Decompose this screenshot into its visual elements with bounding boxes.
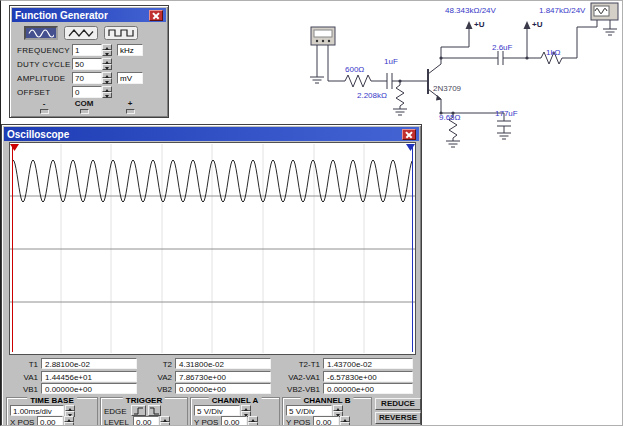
time-base-scale[interactable]: 1.00ms/div <box>10 405 64 416</box>
x-pos-input[interactable]: 0.00 <box>37 416 63 426</box>
frequency-input[interactable]: 1 <box>72 44 102 56</box>
offset-spinner[interactable] <box>102 86 112 98</box>
offset-row: OFFSET 0 <box>10 86 168 98</box>
capacitor-2.6uF <box>498 51 503 65</box>
reduce-button[interactable]: REDUCE <box>375 398 421 410</box>
terminal-com[interactable]: COM <box>72 99 96 114</box>
offset-label: OFFSET <box>17 88 50 97</box>
marker-1-icon[interactable] <box>10 144 19 352</box>
readout-t2: T2 4.31800e-02 <box>142 358 276 370</box>
triangle-icon <box>68 28 94 39</box>
duty-cycle-input[interactable]: 50 <box>72 58 102 70</box>
trigger-title: TRIGGER <box>123 396 165 405</box>
x-pos-spinner[interactable] <box>64 416 74 426</box>
vb2-vb1-value: 0.00000e+00 <box>323 383 413 394</box>
circuit-label: +U <box>532 20 542 29</box>
va2-va1-value: -6.57830e+00 <box>323 371 413 382</box>
channel-b-title: CHANNEL B <box>301 396 354 405</box>
vb2-vb1-label: VB2-VB1 <box>276 385 320 394</box>
channel-a-scale[interactable]: 5 V/Div <box>194 405 240 416</box>
circuit-label: 177uF <box>495 109 518 118</box>
terminal-minus[interactable]: - <box>32 99 56 114</box>
readout-t1: T1 2.88100e-02 <box>8 358 142 370</box>
scope-display[interactable] <box>9 142 416 355</box>
spinner-down-icon[interactable] <box>64 422 74 426</box>
amplitude-label: AMPLITUDE <box>17 74 66 83</box>
channel-b-ypos-spinner[interactable] <box>340 416 350 426</box>
amplitude-input[interactable]: 70 <box>72 72 102 84</box>
spinner-down-icon[interactable] <box>248 422 258 426</box>
sine-icon <box>28 28 54 39</box>
terminal-plus[interactable]: + <box>118 99 142 114</box>
va1-label: VA1 <box>8 373 38 382</box>
duty-cycle-spinner[interactable] <box>102 58 112 70</box>
circuit-label: 600Ω <box>345 65 364 74</box>
amplitude-spinner[interactable] <box>102 72 112 84</box>
scope-screen[interactable] <box>10 143 415 354</box>
frequency-spinner[interactable] <box>102 44 112 56</box>
edge-rising-button[interactable] <box>131 405 146 416</box>
spinner-down-icon[interactable] <box>102 50 112 56</box>
readout-vb1: VB1 0.00000e+00 <box>8 383 142 395</box>
level-label: LEVEL <box>104 418 129 426</box>
vb1-label: VB1 <box>8 385 38 394</box>
reverse-button[interactable]: REVERSE <box>375 412 421 424</box>
circuit-label: 48.343kΩ/24V <box>445 6 496 15</box>
x-pos-label: X POS <box>10 418 34 426</box>
spinner-down-icon[interactable] <box>102 78 112 84</box>
square-wave-button[interactable] <box>104 26 138 40</box>
level-input[interactable]: 0.00 <box>133 416 159 426</box>
amplitude-unit[interactable]: mV <box>117 72 143 84</box>
channel-a-ypos-spinner[interactable] <box>248 416 258 426</box>
capacitor-1uF <box>387 73 392 89</box>
readout-va1: VA1 1.44456e+01 <box>8 371 142 383</box>
ground-icon <box>446 141 460 147</box>
falling-edge-icon <box>149 406 160 416</box>
fg-titlebar[interactable]: Function Generator <box>12 8 166 22</box>
terminals: - COM + <box>10 99 168 117</box>
sine-wave-button[interactable] <box>24 26 58 40</box>
square-icon <box>108 28 134 39</box>
t1-value: 2.88100e-02 <box>41 358 137 369</box>
frequency-unit[interactable]: kHz <box>117 44 143 56</box>
circuit-label: 2.208kΩ <box>357 91 387 100</box>
vb2-value: 0.00000e+00 <box>175 383 271 394</box>
channel-b-panel: CHANNEL B 5 V/Div Y POS 0.00 <box>282 397 372 426</box>
t2-label: T2 <box>142 360 172 369</box>
waveform-buttons <box>24 26 138 40</box>
time-base-panel: TIME BASE 1.00ms/div X POS 0.00 <box>6 397 98 426</box>
scope-titlebar[interactable]: Oscilloscope <box>4 127 419 141</box>
channel-b-ypos-label: Y POS <box>286 418 310 426</box>
duty-cycle-label: DUTY CYCLE <box>17 60 71 69</box>
offset-input[interactable]: 0 <box>72 86 102 98</box>
scope-readouts: T1 2.88100e-02 VA1 1.44456e+01 VB1 0.000… <box>8 358 417 395</box>
channel-a-ypos-input[interactable]: 0.00 <box>221 416 247 426</box>
frequency-label: FREQUENCY <box>17 46 70 55</box>
terminal-com-pin[interactable] <box>80 109 89 114</box>
circuit-label: 1uF <box>384 57 398 66</box>
spinner-down-icon[interactable] <box>340 422 350 426</box>
spinner-down-icon[interactable] <box>102 64 112 70</box>
triangle-wave-button[interactable] <box>64 26 98 40</box>
t2-t1-value: 1.43700e-02 <box>323 358 413 369</box>
terminal-minus-pin[interactable] <box>40 109 49 114</box>
channel-b-scale[interactable]: 5 V/Div <box>286 405 332 416</box>
close-icon[interactable] <box>149 10 163 21</box>
spinner-down-icon[interactable] <box>160 422 170 426</box>
marker-2-icon[interactable] <box>406 144 415 352</box>
frequency-row: FREQUENCY 1 kHz <box>10 44 168 56</box>
readout-va2: VA2 7.86730e+00 <box>142 371 276 383</box>
spinner-down-icon[interactable] <box>102 92 112 98</box>
scope-controls: TIME BASE 1.00ms/div X POS 0.00 TRIGGER … <box>6 396 419 426</box>
edge-falling-button[interactable] <box>148 405 161 416</box>
level-spinner[interactable] <box>160 416 170 426</box>
terminal-plus-pin[interactable] <box>126 109 135 114</box>
channel-b-ypos-input[interactable]: 0.00 <box>313 416 339 426</box>
close-icon[interactable] <box>402 129 416 140</box>
circuit-label: 1.847kΩ/24V <box>539 6 585 15</box>
ground-icon <box>393 109 407 115</box>
terminal-com-label: COM <box>75 99 94 108</box>
trigger-panel: TRIGGER EDGE LEVEL 0.00 <box>100 397 188 426</box>
fg-window-title: Function Generator <box>15 10 108 21</box>
ground-icon <box>497 133 511 139</box>
